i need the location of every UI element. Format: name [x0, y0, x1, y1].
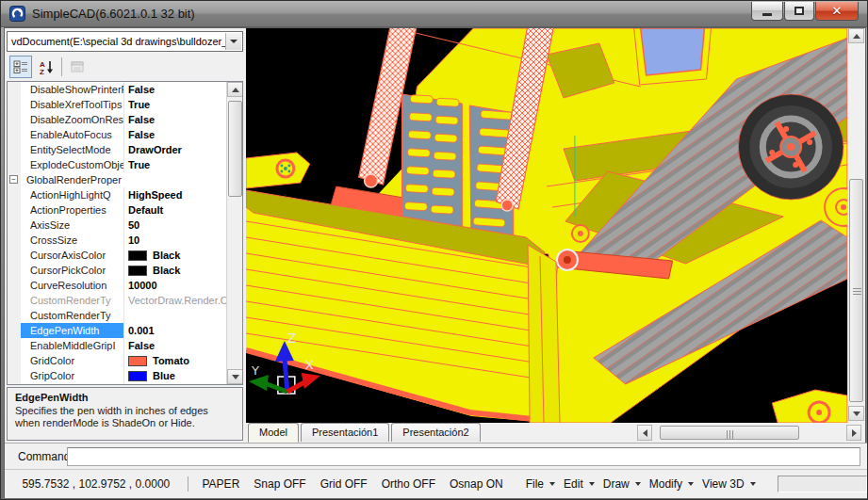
- menu-draw[interactable]: Draw: [603, 477, 641, 491]
- property-row[interactable]: EntitySelectModeDrawOrder: [8, 142, 226, 157]
- property-value[interactable]: False: [124, 82, 226, 97]
- property-row[interactable]: ExplodeCustomObjeTrue: [8, 157, 226, 172]
- property-name[interactable]: EnableMiddleGripI: [21, 338, 124, 353]
- category-row[interactable]: −GlobalRenderProper: [8, 172, 226, 187]
- property-pages-icon: [70, 59, 85, 74]
- menu-edit[interactable]: Edit: [564, 477, 595, 491]
- property-name[interactable]: GripColor: [21, 368, 124, 383]
- property-value[interactable]: 0.001: [124, 323, 226, 338]
- menu-file[interactable]: File: [526, 477, 555, 491]
- property-name[interactable]: CustomRenderTy: [21, 293, 124, 308]
- property-name[interactable]: CustomRenderTy: [21, 308, 124, 323]
- collapse-icon[interactable]: −: [9, 175, 18, 184]
- property-row[interactable]: ActionPropertiesDefault: [8, 202, 226, 218]
- tab-model[interactable]: Model: [248, 423, 299, 443]
- property-name[interactable]: AxisSize: [21, 218, 124, 233]
- viewport-vscrollbar[interactable]: [847, 28, 863, 423]
- property-value[interactable]: 10: [124, 383, 226, 385]
- tab-presentacion2[interactable]: Presentación2: [391, 423, 480, 442]
- property-name[interactable]: EnableAutoFocus: [21, 127, 124, 142]
- grid-scrollbar[interactable]: [226, 82, 242, 384]
- scroll-right-icon[interactable]: [846, 425, 861, 441]
- grid-toggle[interactable]: Grid OFF: [320, 477, 368, 491]
- scrollbar-thumb[interactable]: [660, 426, 799, 440]
- restore-button[interactable]: [784, 2, 814, 21]
- property-name[interactable]: GridColor: [21, 353, 124, 368]
- scroll-up-icon[interactable]: [227, 82, 243, 97]
- scrollbar-thumb[interactable]: [228, 101, 242, 197]
- property-value[interactable]: Tomato: [124, 353, 226, 368]
- ortho-toggle[interactable]: Ortho OFF: [382, 477, 435, 491]
- chevron-down-icon[interactable]: [225, 33, 241, 50]
- property-row-selected[interactable]: EdgePenWidth0.001: [8, 323, 226, 338]
- property-name[interactable]: CursorPickColor: [21, 263, 124, 278]
- scroll-up-icon[interactable]: [848, 28, 864, 43]
- close-button[interactable]: ✕: [815, 2, 859, 21]
- property-value[interactable]: 10: [124, 233, 226, 248]
- property-row[interactable]: EnableMiddleGripIFalse: [8, 338, 226, 353]
- property-name[interactable]: EntitySelectMode: [21, 142, 124, 157]
- property-row[interactable]: GripColorBlue: [8, 368, 226, 383]
- property-row[interactable]: DisableZoomOnResizFalse: [8, 112, 226, 127]
- property-value[interactable]: DrawOrder: [124, 142, 226, 157]
- property-name[interactable]: ActionHighLightQ: [21, 187, 124, 202]
- scroll-down-icon[interactable]: [848, 406, 864, 421]
- viewport-canvas[interactable]: Z Y X: [246, 28, 847, 423]
- tab-presentacion1[interactable]: Presentación1: [301, 423, 389, 442]
- property-name[interactable]: DisableZoomOnResiz: [21, 112, 124, 127]
- minimize-button[interactable]: [751, 2, 783, 21]
- property-row[interactable]: CursorAxisColorBlack: [8, 248, 226, 263]
- property-value[interactable]: Black: [124, 248, 226, 263]
- property-row[interactable]: EnableAutoFocusFalse: [8, 127, 226, 142]
- property-name[interactable]: DisableShowPrinterF: [21, 82, 124, 97]
- property-value[interactable]: False: [124, 112, 226, 127]
- property-value[interactable]: Blue: [124, 368, 226, 383]
- property-name[interactable]: EdgePenWidth: [21, 323, 124, 338]
- property-row[interactable]: AxisSize50: [8, 218, 226, 233]
- layout-hscrollbar[interactable]: [637, 425, 863, 441]
- property-name[interactable]: GripSize: [21, 383, 124, 385]
- property-value[interactable]: [124, 308, 226, 323]
- snap-toggle[interactable]: Snap OFF: [254, 477, 305, 491]
- property-name[interactable]: ExplodeCustomObje: [21, 157, 124, 172]
- property-row[interactable]: GripSize10: [8, 383, 226, 385]
- command-input[interactable]: [67, 447, 860, 466]
- property-value[interactable]: Default: [124, 202, 226, 218]
- property-row[interactable]: GridColorTomato: [8, 353, 226, 368]
- property-value[interactable]: VectorDraw.Render.Op: [124, 293, 226, 308]
- property-name[interactable]: ActionProperties: [21, 202, 124, 218]
- property-row[interactable]: CustomRenderTy: [8, 308, 226, 323]
- property-value[interactable]: HighSpeed: [124, 187, 226, 202]
- title-bar[interactable]: SimpleCAD(6.6021.0.1 32 bit) ✕: [1, 1, 867, 27]
- property-value[interactable]: 50: [124, 218, 226, 233]
- category-name[interactable]: GlobalRenderProper: [21, 172, 226, 187]
- scroll-down-icon[interactable]: [227, 369, 243, 384]
- scroll-left-icon[interactable]: [637, 425, 652, 441]
- property-row[interactable]: CursorPickColorBlack: [8, 263, 226, 278]
- property-value[interactable]: Black: [124, 263, 226, 278]
- property-row[interactable]: DisableShowPrinterFFalse: [8, 82, 226, 97]
- scrollbar-thumb[interactable]: [849, 179, 863, 402]
- property-name[interactable]: CurveResolution: [21, 278, 124, 293]
- property-value[interactable]: True: [124, 97, 226, 112]
- property-row[interactable]: CurveResolution10000: [8, 278, 226, 293]
- property-row[interactable]: CrossSize10: [8, 233, 226, 248]
- property-value[interactable]: False: [124, 127, 226, 142]
- categorized-button[interactable]: [9, 56, 32, 78]
- property-row[interactable]: ActionHighLightQHighSpeed: [8, 187, 226, 202]
- sort-alphabetical-button[interactable]: A Z: [35, 56, 57, 78]
- property-row[interactable]: DisableXrefToolTipsTrue: [8, 97, 226, 112]
- property-name[interactable]: DisableXrefToolTips: [21, 97, 124, 112]
- menu-modify[interactable]: Modify: [649, 477, 694, 491]
- property-row[interactable]: CustomRenderTyVectorDraw.Render.Op: [8, 293, 226, 308]
- property-value[interactable]: False: [124, 338, 226, 353]
- document-selector[interactable]: vdDocument(E:\special 3d drawings\bulldo…: [7, 31, 243, 52]
- property-name[interactable]: CrossSize: [21, 233, 124, 248]
- property-value[interactable]: 10000: [124, 278, 226, 293]
- property-name[interactable]: CursorAxisColor: [21, 248, 124, 263]
- paper-toggle[interactable]: PAPER: [203, 477, 240, 491]
- property-grid[interactable]: DisableShowPrinterFFalse DisableXrefTool…: [7, 81, 243, 385]
- menu-view3d[interactable]: View 3D: [702, 477, 755, 491]
- property-value[interactable]: True: [124, 157, 226, 172]
- osnap-toggle[interactable]: Osnap ON: [450, 477, 503, 491]
